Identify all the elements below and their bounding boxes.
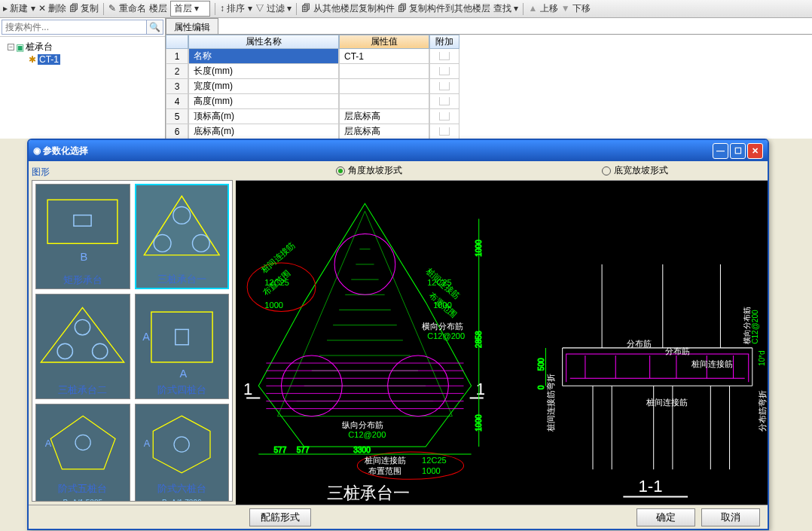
app-icon: ◉: [33, 145, 41, 156]
svg-text:布置范围: 布置范围: [368, 466, 401, 475]
thumbnail-item[interactable]: A阶式六桩台B=A/1.7326: [135, 404, 230, 502]
svg-text:桩间连接筋: 桩间连接筋: [646, 398, 688, 407]
find-button[interactable]: 查找 ▾: [493, 2, 518, 15]
tree-item-ct1[interactable]: ✱ CT-1: [29, 54, 160, 65]
property-row[interactable]: 2长度(mm): [166, 64, 812, 79]
property-row[interactable]: 3宽度(mm): [166, 79, 812, 94]
svg-text:3300: 3300: [353, 446, 371, 454]
svg-point-4: [173, 207, 191, 224]
svg-text:1: 1: [476, 380, 485, 398]
svg-text:A: A: [179, 368, 187, 380]
maximize-button[interactable]: ☐: [730, 143, 746, 159]
svg-text:500: 500: [537, 358, 545, 371]
filter-button[interactable]: ▽ 过滤 ▾: [255, 2, 292, 15]
svg-text:A: A: [142, 331, 150, 343]
parametric-dialog: ◉ 参数化选择 — ☐ ✕ 图形 B矩形承台三桩承台一三桩承台二AA阶式四桩台A…: [27, 139, 769, 530]
svg-point-16: [75, 435, 90, 450]
svg-text:三桩承台一: 三桩承台一: [327, 484, 410, 502]
svg-point-19: [174, 437, 189, 452]
svg-text:12C25: 12C25: [427, 278, 452, 287]
svg-text:1000: 1000: [264, 301, 283, 310]
rename-button[interactable]: ✎ 重命名: [108, 2, 145, 15]
svg-point-5: [154, 235, 171, 252]
svg-marker-22: [277, 211, 452, 416]
property-row[interactable]: 1名称CT-1: [166, 49, 812, 64]
main-toolbar: ▸ 新建 ▾ ✕ 删除 🗐 复制 ✎ 重命名 楼层 首层 ▾ ↕ 排序 ▾ ▽ …: [0, 0, 812, 18]
down-button: ▼ 下移: [561, 2, 591, 15]
svg-rect-1: [74, 215, 91, 227]
svg-rect-12: [176, 329, 188, 344]
radio-width[interactable]: 底宽放坡形式: [602, 164, 668, 177]
radio-row: 角度放坡形式 底宽放坡形式: [236, 161, 768, 181]
svg-text:横向分布筋: 横向分布筋: [743, 307, 751, 344]
titlebar[interactable]: ◉ 参数化选择 — ☐ ✕: [29, 140, 768, 161]
svg-rect-0: [47, 200, 118, 243]
delete-button[interactable]: ✕ 删除: [38, 2, 66, 15]
svg-point-10: [93, 343, 108, 359]
copy-from-button[interactable]: 🗐 从其他楼层复制构件: [301, 2, 394, 15]
thumbnail-item[interactable]: 三桩承台二: [35, 294, 130, 399]
svg-text:12C25: 12C25: [422, 456, 447, 465]
svg-text:1000: 1000: [422, 466, 441, 475]
svg-point-6: [193, 235, 210, 252]
rebar-form-button[interactable]: 配筋形式: [249, 508, 311, 526]
floor-button[interactable]: 楼层: [149, 2, 167, 15]
svg-text:C12@200: C12@200: [348, 430, 386, 439]
thumbnail-item[interactable]: AA阶式四桩台: [135, 294, 230, 399]
search-icon[interactable]: 🔍: [147, 20, 163, 35]
svg-text:577: 577: [273, 446, 286, 454]
svg-text:1000: 1000: [475, 414, 483, 432]
sort-button[interactable]: ↕ 排序 ▾: [220, 2, 252, 15]
new-button[interactable]: ▸ 新建 ▾: [3, 2, 35, 15]
search-input[interactable]: [2, 20, 147, 35]
svg-text:A: A: [44, 438, 51, 449]
copy-to-button[interactable]: 🗐 复制构件到其他楼层: [398, 2, 490, 15]
thumbnail-item[interactable]: 三桩承台一: [135, 184, 230, 289]
close-button[interactable]: ✕: [747, 143, 763, 159]
floor-select[interactable]: 首层 ▾: [170, 1, 210, 17]
svg-marker-3: [144, 196, 219, 255]
svg-text:B: B: [81, 252, 88, 264]
svg-text:C12@200: C12@200: [427, 331, 465, 340]
ok-button[interactable]: 确定: [636, 508, 695, 526]
dialog-title: 参数化选择: [43, 145, 88, 157]
svg-text:1000: 1000: [433, 301, 452, 310]
svg-text:桩间连接筋弯折: 桩间连接筋弯折: [546, 374, 555, 432]
group-label: 图形: [32, 164, 233, 180]
cancel-button[interactable]: 取消: [701, 508, 760, 526]
thumbnail-item[interactable]: B矩形承台: [35, 184, 130, 289]
dialog-footer: 配筋形式 确定 取消: [29, 505, 768, 529]
svg-text:0: 0: [537, 385, 545, 389]
svg-text:1000: 1000: [475, 240, 483, 257]
svg-text:2858: 2858: [475, 331, 483, 348]
svg-marker-15: [50, 416, 115, 469]
svg-text:分布筋: 分布筋: [665, 346, 690, 356]
svg-text:分布筋: 分布筋: [627, 339, 652, 348]
property-tab[interactable]: 属性编辑: [166, 18, 218, 34]
property-panel: 属性编辑 属性名称 属性值 附加 1名称CT-12长度(mm)3宽度(mm)4高…: [166, 18, 812, 139]
tree-panel: 🔍 − ▣ 桩承台 ✱ CT-1: [0, 18, 166, 139]
tree-root[interactable]: − ▣ 桩承台: [5, 40, 160, 54]
svg-text:桩间连接筋: 桩间连接筋: [364, 456, 406, 465]
property-header: 属性名称 属性值 附加: [166, 35, 812, 49]
svg-text:577: 577: [297, 446, 310, 454]
svg-text:桩间连接筋: 桩间连接筋: [259, 240, 297, 275]
minimize-button[interactable]: —: [713, 143, 728, 159]
svg-text:分布筋弯折: 分布筋弯折: [758, 390, 767, 432]
property-row[interactable]: 4高度(mm): [166, 94, 812, 109]
svg-text:C12@200: C12@200: [751, 310, 759, 344]
svg-text:10*d: 10*d: [758, 350, 766, 366]
svg-marker-18: [153, 416, 210, 473]
thumbnail-item[interactable]: A阶式五桩台B=A/1.5385: [35, 404, 130, 502]
svg-text:A: A: [144, 438, 151, 449]
property-row[interactable]: 6底标高(m)层底标高: [166, 124, 812, 139]
radio-angle[interactable]: 角度放坡形式: [336, 164, 402, 177]
svg-text:横向分布筋: 横向分布筋: [422, 322, 463, 331]
svg-text:1-1: 1-1: [639, 477, 663, 496]
svg-point-9: [57, 343, 72, 359]
thumbnail-grid: B矩形承台三桩承台一三桩承台二AA阶式四桩台A阶式五桩台B=A/1.5385A阶…: [32, 180, 233, 502]
drawing-canvas[interactable]: 桩间连接筋 12C25 布置范围 1000 桩间连接筋 12C25 布置范围 1…: [236, 181, 768, 505]
copy-button[interactable]: 🗐 复制: [69, 2, 99, 15]
property-row[interactable]: 5顶标高(m)层底标高: [166, 109, 812, 124]
svg-text:桩间连接筋: 桩间连接筋: [691, 359, 733, 368]
